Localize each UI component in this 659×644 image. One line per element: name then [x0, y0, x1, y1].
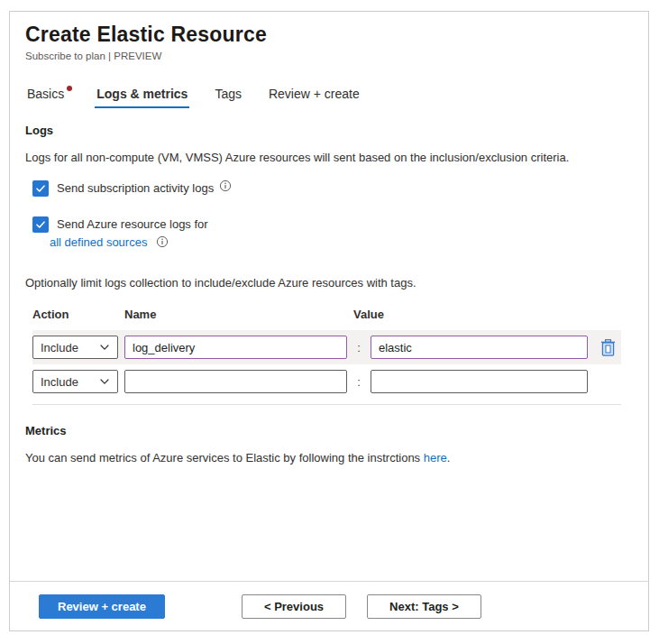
delete-row-button[interactable] [594, 338, 621, 357]
action-select[interactable]: Include [32, 370, 118, 393]
tab-basics-label: Basics [27, 87, 64, 101]
chevron-down-icon [99, 342, 110, 353]
panel-content: Create Elastic Resource Subscribe to pla… [10, 12, 648, 581]
all-defined-sources-link[interactable]: all defined sources [50, 235, 147, 249]
page-title: Create Elastic Resource [25, 23, 621, 47]
next-tags-button[interactable]: Next: Tags > [367, 594, 481, 619]
review-create-button[interactable]: Review + create [39, 594, 165, 619]
tab-tags[interactable]: Tags [213, 87, 243, 108]
trash-icon [599, 338, 618, 357]
action-select[interactable]: Include [32, 336, 118, 359]
tab-bar: Basics Logs & metrics Tags Review + crea… [25, 87, 621, 108]
metrics-description: You can send metrics of Azure services t… [25, 451, 621, 465]
previous-button[interactable]: < Previous [242, 594, 346, 619]
tab-logs-metrics-label: Logs & metrics [96, 87, 188, 101]
column-header-value: Value [353, 308, 588, 321]
tag-row: Include : [32, 364, 621, 399]
activity-logs-row: Send subscription activity logs [32, 179, 621, 197]
metrics-here-link[interactable]: here [424, 451, 447, 465]
tags-hint: Optionally limit logs collection to incl… [25, 276, 621, 290]
metrics-description-period: . [447, 451, 451, 465]
tag-value-input[interactable] [371, 370, 588, 393]
tag-row: Include : [32, 330, 621, 364]
info-icon[interactable] [219, 179, 232, 196]
tab-review-create-label: Review + create [269, 87, 360, 101]
action-select-value: Include [41, 341, 78, 354]
info-icon[interactable] [156, 235, 169, 253]
create-elastic-resource-panel: Create Elastic Resource Subscribe to pla… [9, 11, 649, 631]
resource-logs-sources-line: all defined sources [50, 235, 621, 253]
logs-description: Logs for all non-compute (VM, VMSS) Azur… [25, 151, 621, 164]
tag-name-input[interactable] [124, 370, 347, 393]
resource-logs-checkbox[interactable] [32, 216, 49, 233]
action-select-value: Include [41, 375, 78, 389]
activity-logs-checkbox[interactable] [32, 180, 49, 197]
incomplete-dot-icon [67, 86, 72, 91]
wizard-footer: Review + create < Previous Next: Tags > [10, 581, 648, 630]
colon-separator: : [353, 341, 364, 354]
check-icon [35, 183, 46, 194]
colon-separator: : [353, 375, 364, 389]
chevron-down-icon [99, 376, 110, 387]
tab-basics[interactable]: Basics [25, 87, 71, 108]
metrics-section-heading: Metrics [25, 424, 621, 437]
metrics-description-text: You can send metrics of Azure services t… [25, 451, 424, 465]
tag-value-input[interactable] [371, 336, 588, 359]
column-header-name: Name [124, 308, 347, 321]
table-divider [32, 404, 621, 405]
page-subtitle: Subscribe to plan | PREVIEW [25, 51, 621, 61]
column-header-action: Action [32, 308, 118, 321]
logs-section-heading: Logs [25, 124, 621, 137]
check-icon [35, 219, 46, 230]
tag-name-input[interactable] [124, 336, 347, 359]
tag-filter-table: Action Name Value Include : [32, 308, 621, 405]
tab-tags-label: Tags [215, 87, 242, 101]
activity-logs-label: Send subscription activity logs [57, 179, 214, 197]
tab-review-create[interactable]: Review + create [267, 87, 362, 108]
resource-logs-label: Send Azure resource logs for [57, 216, 208, 233]
tag-table-header: Action Name Value [32, 308, 621, 321]
tab-logs-metrics[interactable]: Logs & metrics [95, 87, 189, 108]
resource-logs-row: Send Azure resource logs for [32, 216, 621, 233]
